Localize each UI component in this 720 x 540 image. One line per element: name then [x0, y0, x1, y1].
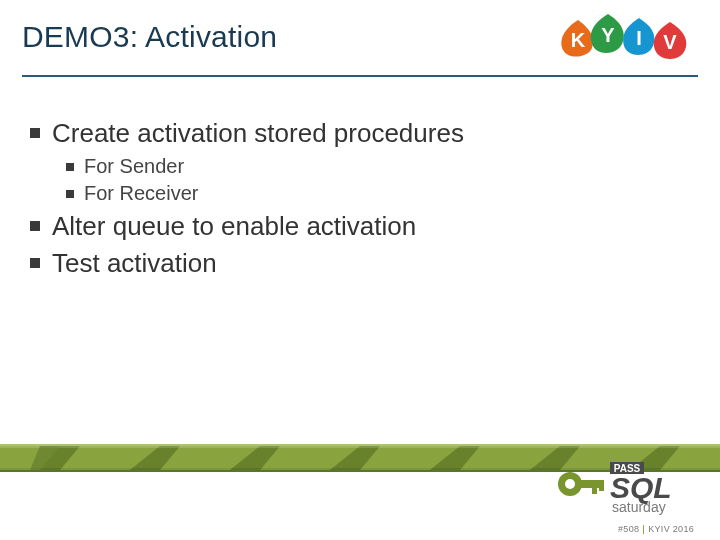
square-bullet-icon: [66, 190, 74, 198]
saturday-label: saturday: [612, 499, 666, 515]
svg-point-19: [565, 479, 575, 489]
kyiv-letter-v: V: [663, 31, 676, 54]
square-bullet-icon: [30, 258, 40, 268]
svg-rect-21: [592, 480, 597, 494]
bullet-text: Create activation stored procedures: [52, 118, 464, 149]
sql-saturday-logo: PASS SQL saturday: [554, 446, 694, 518]
sub-bullet-item: For Sender: [66, 155, 690, 178]
bullet-text: Alter queue to enable activation: [52, 211, 416, 242]
kyiv-letter-y: Y: [601, 24, 614, 47]
slide-content: Create activation stored procedures For …: [30, 112, 690, 285]
footnote: #508 KYIV 2016: [618, 524, 694, 534]
bullet-item: Create activation stored procedures: [30, 118, 690, 149]
sub-bullet-text: For Sender: [84, 155, 184, 178]
kyiv-logo: K Y I V: [560, 14, 690, 64]
slide: DEMO3: Activation K Y I V Create activat…: [0, 0, 720, 540]
bullet-item: Alter queue to enable activation: [30, 211, 690, 242]
sub-bullet-item: For Receiver: [66, 182, 690, 205]
key-icon: [558, 472, 604, 496]
bullet-item: Test activation: [30, 248, 690, 279]
event-number: #508: [618, 524, 639, 534]
square-bullet-icon: [30, 221, 40, 231]
svg-rect-22: [599, 480, 604, 491]
event-location-year: KYIV 2016: [648, 524, 694, 534]
kyiv-letter-i: I: [636, 27, 642, 50]
sub-bullet-text: For Receiver: [84, 182, 198, 205]
square-bullet-icon: [30, 128, 40, 138]
bullet-text: Test activation: [52, 248, 217, 279]
square-bullet-icon: [66, 163, 74, 171]
title-underline: [22, 75, 698, 77]
divider-icon: [643, 525, 644, 534]
kyiv-letter-k: K: [571, 29, 585, 52]
